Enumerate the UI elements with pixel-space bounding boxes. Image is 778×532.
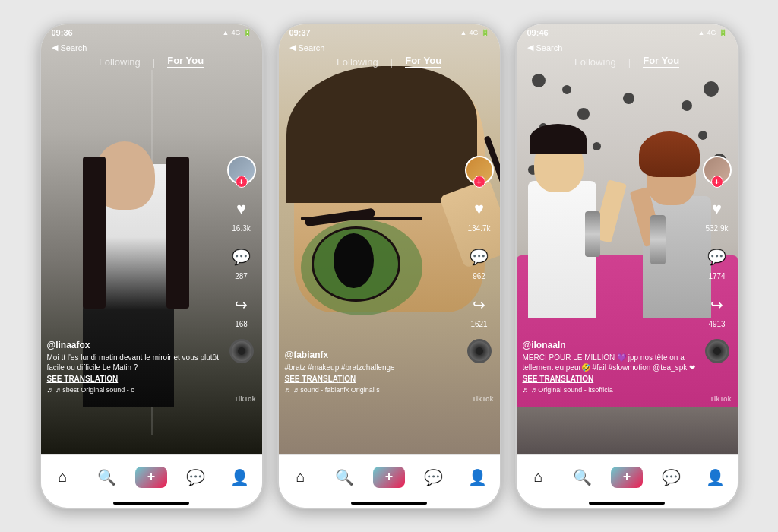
bottom-nav-2: ⌂ 🔍 + 💬 👤	[279, 454, 500, 499]
share-button-3[interactable]: ↪	[704, 291, 731, 318]
nav-tabs-3: Following | For You	[517, 55, 738, 68]
music-disc-3	[705, 339, 729, 363]
caption-2: #bratz #makeup #bratzchallenge	[285, 363, 458, 372]
nav-search-3[interactable]: 🔍	[561, 468, 605, 486]
video-area-1[interactable]: 09:36 ▲ 4G 🔋 ◀ Search Following | For Yo…	[41, 24, 262, 454]
nav-profile-2[interactable]: 👤	[455, 468, 499, 486]
nav-home-1[interactable]: ⌂	[41, 468, 85, 486]
bottom-nav-1: ⌂ 🔍 + 💬 👤	[41, 454, 262, 499]
inbox-icon-1: 💬	[186, 468, 205, 486]
phone-1: 09:36 ▲ 4G 🔋 ◀ Search Following | For Yo…	[40, 23, 264, 509]
see-translation-3[interactable]: SEE TRANSLATION	[523, 375, 696, 383]
video-area-2[interactable]: 09:37 ▲ 4G 🔋 ◀ Search Following | For Yo…	[279, 24, 500, 454]
nav-create-3[interactable]: +	[605, 467, 649, 488]
nav-inbox-2[interactable]: 💬	[411, 468, 455, 486]
music-note-3: ♬	[523, 385, 529, 394]
see-translation-1[interactable]: SEE TRANSLATION	[47, 375, 220, 383]
tab-following-3[interactable]: Following	[574, 56, 616, 68]
comment-count-3: 1774	[708, 272, 725, 280]
comment-icon-1: 💬	[232, 248, 251, 266]
tab-foryou-1[interactable]: For You	[167, 55, 204, 68]
see-translation-2[interactable]: SEE TRANSLATION	[285, 375, 458, 383]
video-info-2: @fabianfx #bratz #makeup #bratzchallenge…	[285, 350, 458, 394]
username-3[interactable]: @ilonaaln	[523, 340, 696, 350]
create-button-2[interactable]: +	[373, 467, 405, 488]
back-arrow-1[interactable]: ◀	[52, 43, 58, 52]
music-disc-inner-2	[476, 347, 483, 355]
share-count-2: 1621	[470, 320, 487, 328]
search-bar-2[interactable]: ◀ Search	[279, 41, 500, 54]
comment-button-2[interactable]: 💬	[466, 243, 493, 271]
username-1[interactable]: @linaafox	[47, 340, 220, 350]
tab-following-1[interactable]: Following	[99, 56, 141, 68]
like-button-1[interactable]: ♥	[228, 195, 255, 223]
like-group-1: ♥ 16.3k	[228, 195, 255, 233]
home-indicator-2	[351, 502, 427, 505]
search-bar-1[interactable]: ◀ Search	[41, 41, 262, 54]
username-2[interactable]: @fabianfx	[285, 350, 458, 360]
nav-profile-1[interactable]: 👤	[217, 468, 261, 486]
like-button-3[interactable]: ♥	[704, 195, 731, 223]
nav-inbox-3[interactable]: 💬	[649, 468, 693, 486]
nav-inbox-1[interactable]: 💬	[173, 468, 217, 486]
like-count-2: 134.7k	[467, 224, 490, 233]
comment-button-3[interactable]: 💬	[704, 243, 731, 271]
like-count-3: 532.9k	[705, 224, 728, 233]
plus-icon-1: +	[147, 469, 156, 485]
back-arrow-3[interactable]: ◀	[527, 43, 533, 52]
music-disc-2	[467, 339, 492, 363]
search-icon-2: 🔍	[335, 468, 354, 486]
status-icons-1: ▲ 4G 🔋	[223, 29, 251, 36]
nav-home-3[interactable]: ⌂	[517, 468, 561, 486]
confetti-3	[704, 81, 719, 97]
share-group-3: ↪ 4913	[704, 291, 731, 328]
comment-count-2: 962	[473, 272, 485, 280]
nav-create-1[interactable]: +	[129, 467, 173, 488]
creator-avatar-3[interactable]: +	[703, 156, 732, 185]
signal-icon-2: ▲	[460, 29, 467, 36]
status-time-1: 09:36	[52, 28, 73, 37]
tab-divider-2: |	[391, 56, 393, 68]
nav-search-1[interactable]: 🔍	[85, 468, 129, 486]
follow-plus-2[interactable]: +	[473, 176, 485, 188]
nav-search-2[interactable]: 🔍	[323, 468, 367, 486]
heart-icon-2: ♥	[474, 199, 484, 219]
create-button-1[interactable]: +	[135, 467, 167, 488]
search-bar-3[interactable]: ◀ Search	[517, 41, 738, 54]
search-label-1: Search	[61, 43, 87, 52]
network-2: 4G	[469, 29, 478, 36]
tiktok-watermark-2: TikTok	[472, 395, 493, 403]
side-icons-2: + ♥ 134.7k 💬 962 ↪	[465, 156, 494, 363]
status-time-2: 09:37	[289, 28, 311, 37]
follow-plus-3[interactable]: +	[711, 176, 723, 188]
nav-profile-3[interactable]: 👤	[693, 468, 737, 486]
tiktok-watermark-1: TikTok	[234, 395, 255, 403]
tab-foryou-3[interactable]: For You	[643, 55, 679, 68]
share-button-1[interactable]: ↪	[228, 291, 255, 318]
share-button-2[interactable]: ↪	[466, 291, 493, 318]
tab-foryou-2[interactable]: For You	[405, 55, 441, 68]
creator-avatar-2[interactable]: +	[465, 156, 494, 185]
status-bar-2: 09:37 ▲ 4G 🔋	[279, 24, 500, 41]
music-note-1: ♬	[47, 385, 53, 394]
nav-home-2[interactable]: ⌂	[279, 468, 323, 486]
comment-button-1[interactable]: 💬	[228, 243, 255, 271]
profile-icon-1: 👤	[230, 468, 249, 486]
sound-bar-1: ♬ ♬ sbest Original sound - c	[47, 385, 220, 394]
creator-avatar-1[interactable]: +	[227, 156, 256, 185]
tab-following-2[interactable]: Following	[337, 56, 378, 68]
follow-plus-1[interactable]: +	[236, 176, 248, 188]
back-arrow-2[interactable]: ◀	[289, 43, 296, 52]
search-label-2: Search	[299, 43, 325, 52]
create-button-3[interactable]: +	[611, 467, 643, 488]
like-button-2[interactable]: ♥	[466, 195, 493, 223]
video-info-3: @ilonaaln MERCI POUR LE MILLION 💜 jpp no…	[523, 340, 696, 394]
share-group-2: ↪ 1621	[466, 291, 493, 328]
video-area-3[interactable]: 09:46 ▲ 4G 🔋 ◀ Search Following | For Yo…	[517, 24, 738, 454]
battery-icon-1: 🔋	[243, 29, 251, 36]
home-indicator-3	[589, 502, 665, 505]
tab-divider-3: |	[628, 56, 631, 68]
music-disc-inner-3	[713, 347, 721, 355]
nav-create-2[interactable]: +	[367, 467, 411, 488]
sound-text-3: ♬ Original sound - itsofficia	[531, 386, 613, 394]
